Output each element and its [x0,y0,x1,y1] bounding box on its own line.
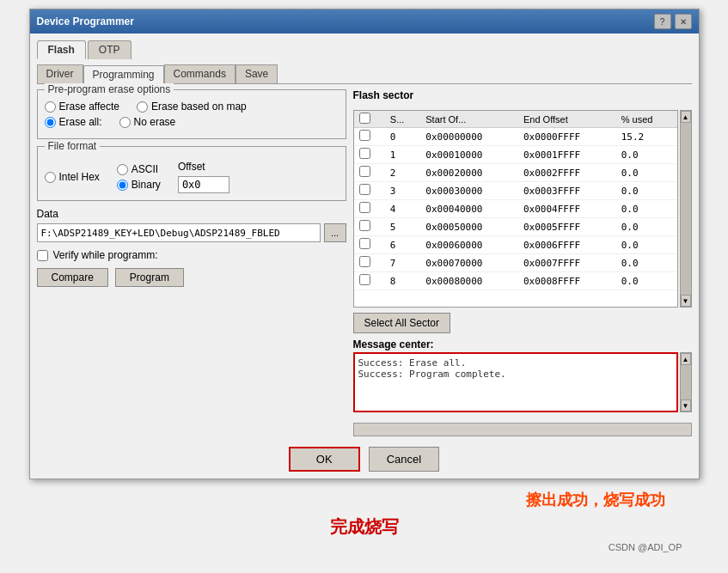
row-end: 0x0000FFFF [518,128,616,146]
row-checkbox[interactable] [359,130,370,141]
outer-wrapper: Device Programmer ? ✕ Flash OTP Driver P… [9,9,719,552]
erase-all-radio[interactable] [45,117,56,128]
col-percent: % used [616,111,677,128]
table-row: 8 0x00080000 0x0008FFFF 0.0 [354,272,677,290]
row-percent: 0.0 [616,164,677,182]
row-checkbox-cell[interactable] [354,254,385,272]
row-index: 1 [385,146,420,164]
erase-affecte-radio[interactable] [45,101,56,113]
ascii-option[interactable]: ASCII [117,163,161,175]
row-checkbox-cell[interactable] [354,128,385,146]
scroll-thumb[interactable] [681,123,691,295]
table-row: 3 0x00030000 0x0003FFFF 0.0 [354,182,677,200]
bottom-scrollbar[interactable] [353,423,692,436]
csdn-label: CSDN @ADI_OP [29,542,700,552]
ok-button[interactable]: OK [289,447,360,472]
offset-input[interactable] [178,176,229,193]
row-checkbox-cell[interactable] [354,146,385,164]
data-path-input[interactable] [37,223,321,242]
cancel-button[interactable]: Cancel [369,447,439,472]
row-percent: 0.0 [616,200,677,218]
intel-hex-radio[interactable] [45,172,56,183]
tab-otp[interactable]: OTP [88,40,132,59]
row-checkbox[interactable] [359,166,370,177]
msg-scroll-up[interactable]: ▲ [681,353,691,365]
sector-table: S... Start Of... End Offset % used 0 0x0… [354,111,677,290]
col-end: End Offset [518,111,616,128]
erase-based-label: Erase based on map [151,101,247,113]
row-checkbox[interactable] [359,220,370,231]
inner-tab-save[interactable]: Save [236,64,278,83]
row-start: 0x00040000 [420,200,518,218]
select-all-label-rest: elect All Sector [371,317,439,329]
erase-all-label: Erase all: [59,116,102,128]
format-col-1: Intel Hex [45,171,100,183]
erase-all-option[interactable]: Erase all: [45,116,102,128]
row-start: 0x00050000 [420,218,518,236]
main-tab-bar: Flash OTP [37,40,692,59]
row-checkbox-cell[interactable] [354,164,385,182]
row-checkbox-cell[interactable] [354,218,385,236]
program-button[interactable]: Program [115,268,184,287]
success-annotation: 擦出成功，烧写成功 [526,490,665,510]
row-checkbox[interactable] [359,202,370,213]
row-checkbox-cell[interactable] [354,236,385,254]
table-row: 4 0x00040000 0x0004FFFF 0.0 [354,200,677,218]
row-start: 0x00070000 [420,254,518,272]
inner-tab-programming[interactable]: Programming [83,65,164,84]
erase-based-radio[interactable] [137,101,148,113]
inner-tab-commands[interactable]: Commands [164,64,236,83]
table-row: 2 0x00020000 0x0002FFFF 0.0 [354,164,677,182]
row-checkbox[interactable] [359,274,370,285]
select-all-label: S [364,317,371,329]
scroll-up-arrow[interactable]: ▲ [681,111,691,123]
row-percent: 0.0 [616,182,677,200]
sector-table-container[interactable]: S... Start Of... End Offset % used 0 0x0… [353,110,678,308]
inner-tab-driver[interactable]: Driver [37,64,83,83]
table-row: 6 0x00060000 0x0006FFFF 0.0 [354,236,677,254]
binary-label: Binary [132,179,161,191]
tab-flash[interactable]: Flash [37,40,86,59]
message-scrollbar[interactable]: ▲ ▼ [680,352,692,412]
erase-affecte-option[interactable]: Erase affecte [45,101,120,113]
msg-scroll-down[interactable]: ▼ [681,399,691,411]
row-percent: 0.0 [616,272,677,290]
no-erase-option[interactable]: No erase [119,116,176,128]
close-button[interactable]: ✕ [675,14,692,29]
no-erase-radio[interactable] [119,117,131,128]
compare-button[interactable]: Compare [37,268,108,287]
msg-scroll-thumb[interactable] [681,365,691,399]
table-row: 5 0x00050000 0x0005FFFF 0.0 [354,218,677,236]
row-checkbox[interactable] [359,148,370,159]
row-checkbox[interactable] [359,238,370,249]
row-checkbox-cell[interactable] [354,272,385,290]
row-checkbox[interactable] [359,184,370,195]
table-row: 7 0x00070000 0x0007FFFF 0.0 [354,254,677,272]
message-line: Success: Program complete. [358,369,673,380]
browse-button[interactable]: ... [324,223,346,242]
ascii-radio[interactable] [117,164,128,175]
scroll-down-arrow[interactable]: ▼ [681,295,691,307]
dialog-content: Flash OTP Driver Programming Commands Sa… [30,34,699,479]
row-checkbox-cell[interactable] [354,200,385,218]
message-line: Success: Erase all. [358,357,673,369]
table-row: 1 0x00010000 0x0001FFFF 0.0 [354,146,677,164]
binary-radio[interactable] [117,180,128,191]
message-section: Message center: Success: Erase all.Succe… [353,338,692,412]
help-button[interactable]: ? [654,14,671,29]
row-checkbox[interactable] [359,256,370,267]
complete-annotation: 完成烧写 [330,515,399,539]
ascii-label: ASCII [132,163,158,175]
verify-checkbox-row: Verify while programm: [37,249,346,261]
row-end: 0x0002FFFF [518,164,616,182]
erase-based-option[interactable]: Erase based on map [137,101,247,113]
sector-scrollbar[interactable]: ▲ ▼ [680,110,692,308]
binary-option[interactable]: Binary [117,179,161,191]
intel-hex-option[interactable]: Intel Hex [45,171,100,183]
row-checkbox-cell[interactable] [354,182,385,200]
select-all-sector-button[interactable]: Select All Sector [353,313,450,333]
inner-tab-bar: Driver Programming Commands Save [37,64,692,84]
sector-table-wrapper: S... Start Of... End Offset % used 0 0x0… [353,110,692,308]
select-all-checkbox[interactable] [359,113,370,124]
verify-checkbox[interactable] [37,250,48,261]
